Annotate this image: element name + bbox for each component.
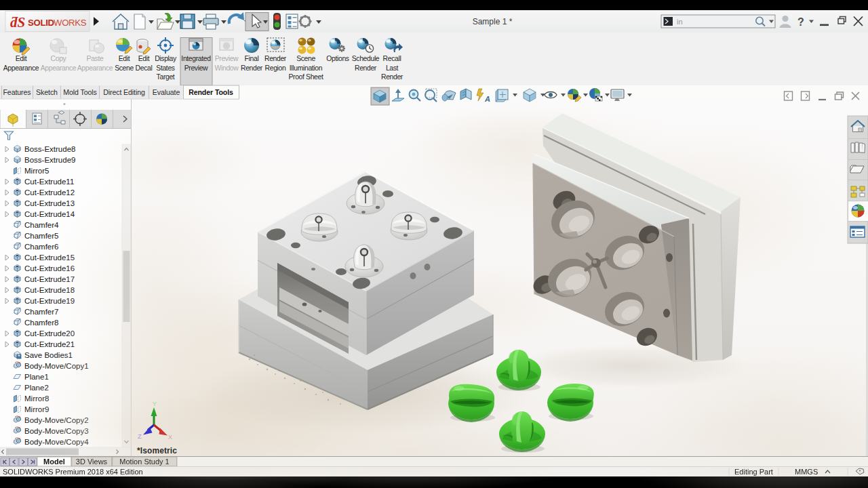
svg-text:Decal: Decal [136,64,153,72]
svg-text:Window: Window [215,64,239,72]
svg-text:3D Views: 3D Views [76,458,108,466]
svg-text:Editing Part: Editing Part [734,468,773,476]
svg-text:Edit: Edit [16,55,27,62]
svg-text:in: in [677,18,683,26]
svg-text:Model: Model [43,458,65,466]
svg-text:Target: Target [157,73,175,81]
svg-text:Illumination: Illumination [290,64,323,72]
svg-text:Scene: Scene [115,64,134,72]
svg-text:A: A [484,95,490,103]
svg-text:Render: Render [264,55,287,62]
svg-text:Render: Render [381,73,403,81]
svg-text:WORKS: WORKS [54,18,87,28]
svg-text:Mold Tools: Mold Tools [63,88,96,96]
svg-text:ƌS: ƌS [10,14,25,30]
svg-text:Boss-Extrude9: Boss-Extrude9 [24,156,75,164]
svg-text:Recall: Recall [383,55,401,62]
svg-text:States: States [156,64,175,72]
svg-text:Options: Options [326,55,349,62]
svg-text:Integrated: Integrated [181,55,211,62]
svg-text:Render: Render [355,64,377,72]
svg-text:?: ? [797,16,804,28]
svg-text:SOLID: SOLID [28,18,54,28]
svg-text:Edit: Edit [138,55,150,62]
svg-text:Display: Display [155,55,177,62]
svg-text:Region: Region [265,64,286,72]
svg-text:Edit: Edit [119,55,130,62]
svg-text:Render: Render [241,64,263,72]
svg-text:Appearance: Appearance [77,64,113,72]
svg-text:Preview: Preview [215,55,239,62]
svg-text:Cut-Extrude11: Cut-Extrude11 [24,178,74,186]
svg-text:Y: Y [153,400,157,407]
svg-text:Final: Final [245,55,259,62]
svg-text:Direct Editing: Direct Editing [103,88,145,96]
svg-text:SOLIDWORKS Premium 2018 x64 Ed: SOLIDWORKS Premium 2018 x64 Edition [3,468,143,476]
svg-text:Boss-Extrude8: Boss-Extrude8 [24,145,75,153]
svg-text:Mirror5: Mirror5 [24,167,49,175]
svg-text:Motion Study 1: Motion Study 1 [119,458,169,466]
svg-text:X: X [168,433,173,441]
svg-text:Sample 1 *: Sample 1 * [473,17,513,26]
svg-text:Cut-Extrude12: Cut-Extrude12 [24,188,75,197]
svg-text:Scene: Scene [296,55,315,62]
svg-text:Evaluate: Evaluate [153,88,180,96]
svg-text:Chamfer4: Chamfer4 [24,221,59,229]
svg-text:Features: Features [3,88,31,96]
svg-text:Chamfer5: Chamfer5 [24,232,59,240]
svg-text:Appearance: Appearance [41,64,77,72]
svg-text:Appearance: Appearance [3,64,39,72]
svg-text:Z: Z [138,432,142,440]
svg-text:Last: Last [386,64,399,72]
svg-text:Render Tools: Render Tools [189,88,233,96]
svg-text:Cut-Extrude13: Cut-Extrude13 [24,199,75,207]
svg-text:Sketch: Sketch [36,88,58,96]
svg-text:Schedule: Schedule [352,55,380,62]
svg-text:Copy: Copy [51,55,67,62]
svg-text:Paste: Paste [87,55,104,62]
svg-text:Proof Sheet: Proof Sheet [288,73,323,81]
svg-text:*Isometric: *Isometric [137,446,177,455]
svg-text:MMGS: MMGS [795,468,818,476]
svg-text:Preview: Preview [184,64,208,72]
